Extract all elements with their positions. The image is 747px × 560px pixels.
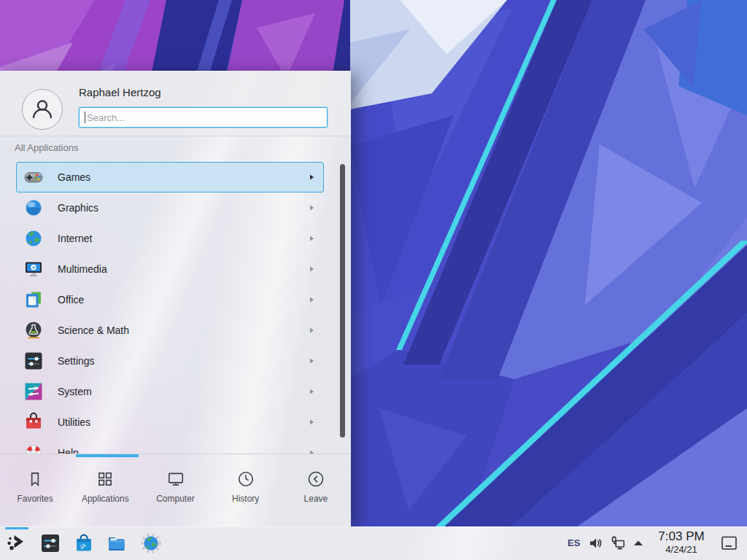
section-label: All Applications <box>15 142 78 153</box>
menu-item-label: Office <box>58 294 308 306</box>
menu-item-graphics[interactable]: Graphics <box>16 192 324 223</box>
application-category-list: Games Graphics <box>0 162 351 454</box>
menu-item-label: Multimedia <box>58 263 308 275</box>
web-browser-task-icon[interactable] <box>140 532 162 554</box>
system-icon <box>23 381 44 402</box>
submenu-arrow-icon <box>308 296 315 303</box>
show-desktop-button[interactable] <box>721 535 738 551</box>
submenu-arrow-icon <box>308 265 315 273</box>
application-launcher-panel: Raphael Hertzog All Applications <box>0 71 351 527</box>
submenu-arrow-icon <box>308 235 315 242</box>
tab-leave[interactable]: Leave <box>281 459 351 527</box>
launcher-active-indicator <box>5 527 28 529</box>
menu-item-games[interactable]: Games <box>16 162 324 192</box>
menu-item-internet[interactable]: Internet <box>16 223 324 254</box>
internet-icon <box>23 228 44 249</box>
menu-item-label: Games <box>58 171 308 183</box>
file-manager-task-icon[interactable] <box>106 532 128 554</box>
leave-icon <box>306 470 325 489</box>
discover-task-icon[interactable] <box>73 532 95 554</box>
multimedia-icon <box>23 259 44 279</box>
games-icon <box>23 167 44 187</box>
desktop: Raphael Hertzog All Applications <box>0 0 747 560</box>
user-avatar[interactable] <box>22 89 63 130</box>
graphics-icon <box>23 198 44 218</box>
settings-icon <box>23 351 44 371</box>
list-scrollbar[interactable] <box>340 164 345 438</box>
office-icon <box>23 289 44 310</box>
clock-date: 4/24/21 <box>650 544 713 555</box>
menu-item-label: Settings <box>58 355 308 367</box>
tab-label: Favorites <box>17 494 53 504</box>
history-icon <box>236 470 255 489</box>
search-field-wrap <box>79 107 328 128</box>
launcher-header: Raphael Hertzog <box>0 71 351 136</box>
menu-item-label: System <box>58 386 308 397</box>
tabbar-divider <box>0 454 351 454</box>
taskbar: ES 7:03 PM 4/24/2 <box>0 526 747 560</box>
menu-item-label: Help <box>58 447 308 454</box>
tab-label: Leave <box>304 494 328 504</box>
system-settings-task-icon[interactable] <box>39 532 61 554</box>
volume-icon[interactable] <box>588 535 604 551</box>
menu-item-label: Science & Math <box>58 324 308 336</box>
menu-item-utilities[interactable]: Utilities <box>16 407 324 438</box>
submenu-arrow-icon <box>308 327 315 334</box>
tab-favorites[interactable]: Favorites <box>0 459 70 527</box>
launcher-tabbar: Favorites Applications C <box>0 459 351 527</box>
user-name: Raphael Hertzog <box>79 86 161 98</box>
digital-clock[interactable]: 7:03 PM 4/24/21 <box>650 529 713 555</box>
network-icon[interactable] <box>610 535 626 551</box>
help-icon <box>23 443 44 454</box>
tab-history[interactable]: History <box>211 459 281 527</box>
utilities-icon <box>23 412 44 432</box>
tab-computer[interactable]: Computer <box>140 459 210 527</box>
favorites-icon <box>26 470 44 489</box>
clock-time: 7:03 PM <box>650 529 713 544</box>
submenu-arrow-icon <box>308 174 315 181</box>
applications-icon <box>96 470 115 489</box>
menu-item-label: Internet <box>58 233 308 244</box>
menu-item-science-math[interactable]: Science & Math <box>16 315 324 346</box>
submenu-arrow-icon <box>308 419 315 426</box>
active-tab-indicator <box>76 454 139 457</box>
submenu-arrow-icon <box>308 357 315 365</box>
text-caret <box>85 112 85 123</box>
expand-tray-icon[interactable] <box>630 535 646 551</box>
tab-label: Computer <box>156 494 195 504</box>
submenu-arrow-icon <box>308 388 315 395</box>
application-launcher-button[interactable] <box>5 532 27 554</box>
submenu-arrow-icon <box>308 204 315 211</box>
keyboard-layout-indicator[interactable]: ES <box>568 537 580 548</box>
menu-item-help[interactable]: Help <box>16 438 324 454</box>
menu-item-system[interactable]: System <box>16 376 324 407</box>
science-icon <box>23 320 44 341</box>
tab-applications[interactable]: Applications <box>70 459 140 527</box>
menu-item-multimedia[interactable]: Multimedia <box>16 254 324 284</box>
search-input[interactable] <box>79 107 328 128</box>
menu-item-label: Graphics <box>58 202 308 214</box>
menu-item-settings[interactable]: Settings <box>16 346 324 376</box>
menu-item-office[interactable]: Office <box>16 284 324 315</box>
menu-item-label: Utilities <box>58 416 308 428</box>
computer-icon <box>166 470 185 489</box>
tab-label: History <box>232 494 259 504</box>
tab-label: Applications <box>82 494 129 504</box>
